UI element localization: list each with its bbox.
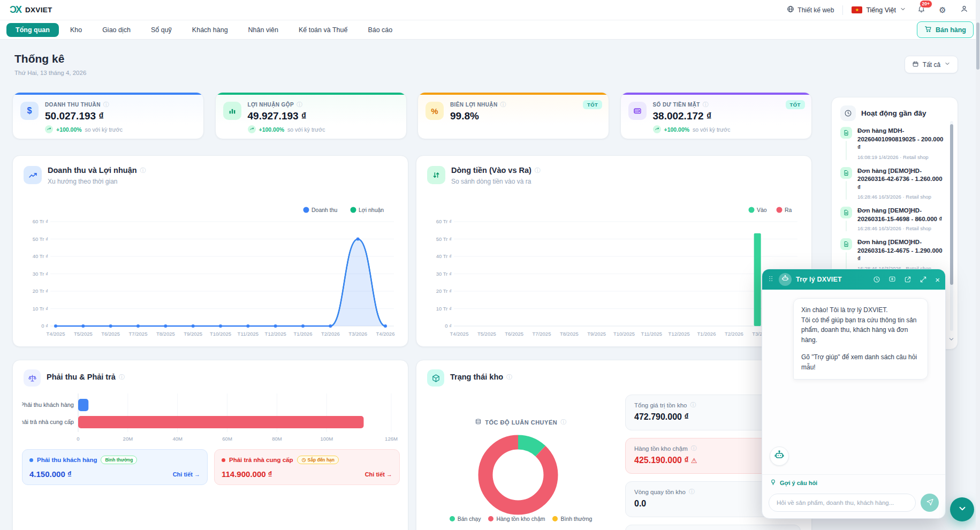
notification-badge: 20+ (920, 0, 932, 8)
info-icon[interactable]: ⓘ (703, 101, 709, 109)
page-scrollbar-thumb[interactable] (976, 22, 979, 70)
kpi-change-note: so với kỳ trước (85, 126, 123, 133)
chat-collapse-fab[interactable] (950, 497, 974, 521)
account-button[interactable] (958, 4, 970, 17)
kpi-label: BIÊN LỢI NHUẬN ⓘ (450, 101, 506, 109)
history-icon[interactable] (873, 276, 880, 283)
layers-icon (475, 418, 482, 426)
date-filter-button[interactable]: Tất cả (905, 56, 958, 73)
info-icon[interactable]: ⓘ (560, 418, 567, 426)
svg-text:Doanh thu: Doanh thu (312, 207, 338, 213)
new-chat-icon[interactable] (888, 276, 896, 283)
activity-item[interactable]: Đơn hàng MDH-20260401090819025 - 200.000… (840, 127, 944, 160)
info-icon[interactable]: ⓘ (119, 373, 125, 381)
info-icon[interactable]: ⓘ (103, 101, 109, 109)
scroll-down-chevron-icon[interactable] (948, 335, 955, 345)
info-icon[interactable]: ⓘ (535, 166, 541, 175)
brand[interactable]: ƆX DXVIET (10, 4, 52, 16)
tab-kế-toán-và-thuế[interactable]: Kế toán và Thuế (290, 23, 357, 37)
inventory-title: Trạng thái kho (450, 373, 503, 381)
turnover-title-row: TỐC ĐỘ LUÂN CHUYỂN ⓘ (438, 418, 604, 426)
date-filter-label: Tất cả (923, 61, 940, 69)
activity-item[interactable]: Đơn hàng [DEMO]HD-20260316-15-4698 - 860… (840, 207, 944, 231)
page-scrollbar[interactable] (976, 0, 980, 530)
svg-text:126M: 126M (385, 436, 398, 442)
detail-link[interactable]: Chi tiết → (365, 471, 392, 478)
robot-icon (774, 450, 785, 463)
cashflow-chart-title: Dòng tiền (Vào vs Ra) (451, 166, 531, 175)
detail-link[interactable]: Chi tiết → (173, 471, 200, 478)
drag-handle-icon[interactable] (768, 275, 774, 284)
svg-text:T5/2025: T5/2025 (74, 331, 93, 337)
design-web-link[interactable]: Thiết kế web (787, 5, 834, 14)
gear-icon: ⚙ (939, 6, 946, 14)
sell-button[interactable]: Bán hàng (917, 21, 974, 38)
chat-header[interactable]: Trợ lý DXVIET × (762, 269, 945, 290)
notifications-button[interactable]: 20+ (915, 4, 928, 17)
legend-label: Hàng tồn kho chậm (496, 516, 545, 522)
open-external-icon[interactable] (904, 276, 911, 283)
activity-scrollbar-thumb[interactable] (950, 124, 953, 285)
revenue-profit-card: Doanh thu và Lợi nhuậnⓘ Xu hướng theo th… (12, 155, 408, 347)
svg-text:T2/2026: T2/2026 (321, 331, 340, 337)
tab-sổ-quỹ[interactable]: Sổ quỹ (142, 23, 181, 37)
language-selector[interactable]: ★ Tiếng Việt (852, 6, 906, 14)
chevron-down-icon (944, 60, 951, 69)
close-icon[interactable]: × (935, 276, 940, 284)
kpi-card-4: SỐ DƯ TIỀN MẶT ⓘ 38.002.172 ₫ +100.00%so… (620, 92, 812, 139)
tab-giao-dịch[interactable]: Giao dịch (93, 23, 140, 37)
activity-item[interactable]: Đơn hàng [DEMO]HD-20260316-12-4675 - 1.2… (840, 238, 944, 271)
svg-text:T11/2025: T11/2025 (641, 331, 662, 337)
send-button[interactable] (921, 494, 939, 512)
topbar: ƆX DXVIET Thiết kế web ★ Tiếng Việt 20+ … (0, 0, 980, 20)
info-icon[interactable]: ⓘ (506, 373, 512, 381)
svg-text:T6/2025: T6/2025 (505, 331, 523, 337)
svg-text:T12/2025: T12/2025 (668, 331, 690, 337)
svg-text:T5/2025: T5/2025 (477, 331, 496, 337)
kpi-label: SỐ DƯ TIỀN MẶT ⓘ (653, 101, 731, 109)
dashboard-window: ƆX DXVIET Thiết kế web ★ Tiếng Việt 20+ … (0, 0, 980, 530)
turnover-title: TỐC ĐỘ LUÂN CHUYỂN (485, 419, 557, 426)
tab-tổng-quan[interactable]: Tổng quan (6, 23, 59, 37)
svg-text:T9/2025: T9/2025 (587, 331, 606, 337)
tab-khách-hàng[interactable]: Khách hàng (183, 23, 237, 37)
svg-text:T6/2025: T6/2025 (101, 331, 120, 337)
info-icon[interactable]: ⓘ (297, 101, 302, 109)
svg-text:T1/2026: T1/2026 (697, 331, 716, 337)
svg-text:30 Tr ₫: 30 Tr ₫ (33, 271, 48, 277)
robot-icon (781, 275, 789, 284)
kpi-value: 50.027.193 ₫ (45, 110, 123, 122)
info-icon[interactable]: ⓘ (140, 166, 146, 175)
trending-up-icon (45, 125, 53, 133)
activity-item[interactable]: Đơn hàng [DEMO]HD-20260316-42-6736 - 1.2… (840, 167, 944, 200)
info-icon[interactable]: ⓘ (691, 444, 697, 452)
trending-up-icon (24, 166, 42, 184)
tab-nhân-viên[interactable]: Nhân viên (239, 23, 287, 37)
donut-legend-item: Bình thường (552, 516, 592, 522)
chevron-down-icon (958, 504, 967, 515)
legend-dot (450, 516, 455, 521)
chat-input[interactable] (769, 494, 916, 512)
cashflow-chart-subtitle: So sánh dòng tiền vào và ra (451, 178, 541, 185)
bars-icon (223, 102, 241, 120)
info-icon[interactable]: ⓘ (690, 401, 696, 409)
svg-text:T2/2026: T2/2026 (725, 331, 743, 337)
svg-text:10 Tr ₫: 10 Tr ₫ (33, 306, 48, 312)
paper-plane-icon (926, 498, 934, 508)
tab-báo-cáo[interactable]: Báo cáo (359, 23, 401, 37)
svg-text:T1/2026: T1/2026 (294, 331, 313, 337)
svg-text:30 Tr ₫: 30 Tr ₫ (436, 271, 452, 277)
tab-kho[interactable]: Kho (61, 23, 91, 37)
expand-icon[interactable] (920, 276, 927, 283)
svg-text:T3/2026: T3/2026 (348, 331, 367, 337)
series-dot (29, 458, 33, 462)
divider (842, 5, 843, 15)
svg-text:T10/2025: T10/2025 (210, 331, 231, 337)
settings-button[interactable]: ⚙ (936, 4, 949, 17)
activity-scrollbar[interactable] (950, 121, 953, 331)
info-icon[interactable]: ⓘ (500, 101, 506, 109)
info-icon[interactable]: ⓘ (689, 488, 695, 496)
document-icon (840, 127, 852, 139)
kpi-change-note: so với kỳ trước (287, 126, 325, 133)
suggestions-toggle[interactable]: Gợi ý câu hỏi (762, 474, 945, 490)
